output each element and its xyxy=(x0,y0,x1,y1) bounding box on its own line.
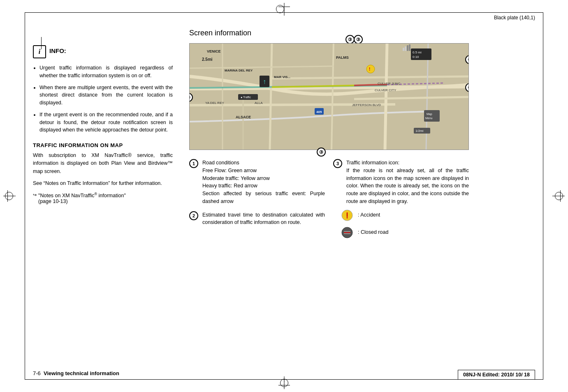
crosshair-top-h xyxy=(278,7,290,7)
svg-text:CULVER JUNC: CULVER JUNC xyxy=(378,82,401,85)
callout-3b: ③ xyxy=(354,35,363,44)
crosshair-bottom-h xyxy=(278,385,290,385)
svg-text:JEFFERSON BLVD: JEFFERSON BLVD xyxy=(352,103,381,107)
svg-rect-30 xyxy=(424,110,440,122)
svg-text:!: ! xyxy=(369,67,370,71)
svg-text:0:10: 0:10 xyxy=(413,55,419,59)
content-area: i INFO: Urgent traffic information is di… xyxy=(33,29,535,367)
closed-road-row: : Closed road xyxy=(341,227,469,238)
accident-icon xyxy=(341,210,353,221)
callout-circle-4: ④ xyxy=(189,93,193,102)
desc-item-3: 3 Traffic information icon: If the route… xyxy=(333,159,469,205)
map-display: VENICE 2.5mi MARINA DEL REY MAR VIS... Y… xyxy=(189,43,469,150)
callout-4: ④ xyxy=(189,93,193,102)
svg-text:YA DEL REY: YA DEL REY xyxy=(205,101,224,105)
info-label: INFO: xyxy=(49,45,66,54)
accident-row: : Accident xyxy=(341,210,469,221)
border-right xyxy=(543,12,543,380)
svg-rect-40 xyxy=(409,44,410,51)
desc-num-1: 1 xyxy=(189,159,198,168)
crosshair-top-v2 xyxy=(284,11,284,16)
svg-text:● Traffic: ● Traffic xyxy=(241,96,251,99)
desc-item-2: 2 Estimated travel time to destination c… xyxy=(189,211,325,227)
desc-body-3: If the route is not already set, all of … xyxy=(346,167,469,205)
callout-circle-2: ② xyxy=(465,55,469,64)
callout-circle-1: ① xyxy=(465,83,469,92)
svg-text:PALMS: PALMS xyxy=(336,55,349,60)
info-bullet-2: When there are multiple urgent events, t… xyxy=(39,84,173,107)
descriptions-area: 1 Road conditions Free Flow: Green arrow… xyxy=(189,159,469,238)
info-icon: i xyxy=(33,45,46,58)
svg-rect-39 xyxy=(407,45,408,51)
desc-text-2: Estimated travel time to destination cal… xyxy=(202,211,325,227)
svg-point-44 xyxy=(347,217,348,218)
desc-item-1: 1 Road conditions Free Flow: Green arrow… xyxy=(189,159,325,205)
desc-text-3-wrap: Traffic information icon: If the route i… xyxy=(346,159,469,205)
callout-circle-3-bottom: ③ xyxy=(317,148,326,157)
svg-text:ALLA: ALLA xyxy=(255,101,263,105)
callout-top-33: ③ ③ xyxy=(345,35,363,44)
crosshair-right-h2 xyxy=(552,196,556,196)
svg-text:Menu: Menu xyxy=(425,117,433,120)
traffic-heading: TRAFFIC INFORMATION ON MAP xyxy=(33,142,173,148)
bottom-right-box: 08NJ-N Edited: 2010/ 10/ 18 xyxy=(458,370,535,380)
svg-text:VENICE: VENICE xyxy=(207,49,221,53)
right-column: Screen information ③ ③ xyxy=(181,29,535,367)
desc-title-3: Traffic information icon: xyxy=(346,159,469,167)
callout-1: ① xyxy=(465,83,469,92)
desc-num-2: 2 xyxy=(189,211,198,220)
ref-link: ↪ "Notes on XM NavTraffic® information"(… xyxy=(33,192,173,204)
map-container: ③ ③ xyxy=(189,43,535,150)
svg-text:405: 405 xyxy=(316,110,322,114)
desc-col-right: 3 Traffic information icon: If the route… xyxy=(333,159,469,238)
svg-text:↑: ↑ xyxy=(263,78,266,85)
left-column: i INFO: Urgent traffic information is di… xyxy=(33,29,181,367)
desc-num-3: 3 xyxy=(333,159,342,168)
crosshair-top-v xyxy=(284,3,284,11)
footer-bold: Viewing technical information xyxy=(44,370,119,376)
page-footer: 7-6 Viewing technical information xyxy=(33,370,119,376)
svg-text:MAR VIS...: MAR VIS... xyxy=(274,75,290,79)
info-bullet-1: Urgent traffic information is displayed … xyxy=(39,64,173,80)
map-roads-svg: VENICE 2.5mi MARINA DEL REY MAR VIS... Y… xyxy=(190,44,469,150)
crosshair-left-h2 xyxy=(12,196,16,196)
svg-text:0.5 mi: 0.5 mi xyxy=(413,51,422,54)
closed-road-label: : Closed road xyxy=(358,228,388,236)
svg-text:2.5mi: 2.5mi xyxy=(202,57,213,62)
svg-rect-37 xyxy=(403,48,404,51)
svg-point-41 xyxy=(366,65,375,73)
svg-text:ALSACE: ALSACE xyxy=(236,115,251,119)
callout-3a: ③ xyxy=(345,35,355,44)
page-header: Black plate (140,1) xyxy=(494,15,535,21)
info-bullets-list: Urgent traffic information is displayed … xyxy=(33,64,173,134)
ref-text: "Notes on XM NavTraffic® information"(pa… xyxy=(38,192,126,204)
callout-bottom-3: ③ xyxy=(317,148,326,157)
svg-text:1/2mi: 1/2mi xyxy=(415,129,424,133)
closed-road-icon xyxy=(341,227,353,238)
crosshair-top xyxy=(276,5,284,13)
svg-text:Map: Map xyxy=(427,113,432,116)
callout-2: ② xyxy=(465,55,469,64)
desc-col-left: 1 Road conditions Free Flow: Green arrow… xyxy=(189,159,325,238)
svg-text:CULVER CITY: CULVER CITY xyxy=(375,88,396,92)
crosshair-right-h xyxy=(556,196,565,196)
svg-rect-38 xyxy=(405,46,406,51)
traffic-see-text: See “Notes on Traffic Information” for f… xyxy=(33,180,173,187)
info-box: i INFO: xyxy=(33,45,173,58)
crosshair-right-v xyxy=(560,190,561,202)
ref-icon: ↪ xyxy=(33,192,37,198)
border-left xyxy=(25,12,25,380)
crosshair-bottom-v2 xyxy=(284,376,284,381)
crosshair-left-v xyxy=(7,190,8,202)
info-bullet-3: If the urgent event is on the recommende… xyxy=(39,111,173,134)
accident-label: : Accident xyxy=(358,211,380,219)
desc-text-1: Road conditions Free Flow: Green arrow M… xyxy=(202,159,325,205)
svg-text:MARINA DEL REY: MARINA DEL REY xyxy=(225,69,253,72)
traffic-paragraph: With subscription to XM NavTraffic® serv… xyxy=(33,152,173,175)
